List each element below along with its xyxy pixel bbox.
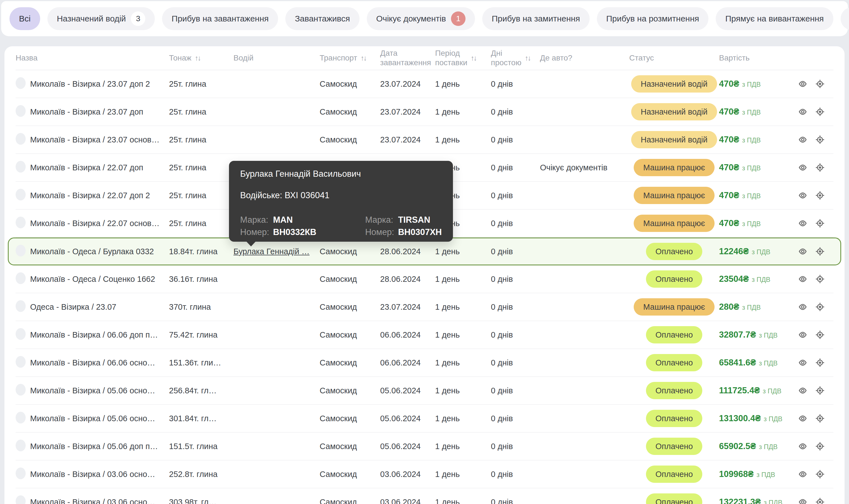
- filter-tab-arrived-loading[interactable]: Прибув на завантаження: [162, 7, 278, 30]
- view-button[interactable]: [798, 330, 808, 340]
- table-row[interactable]: Миколаїв - Візирка / 23.07 доп 225т. гли…: [16, 70, 833, 98]
- locate-icon[interactable]: [815, 107, 825, 116]
- locate-button[interactable]: [815, 386, 825, 395]
- column-header-tonnage[interactable]: Тонаж↑↓: [169, 53, 233, 63]
- filter-tab-arrived-customs-out[interactable]: Прибув на розмитнення: [597, 7, 709, 30]
- filter-tab-done[interactable]: Виконано12: [841, 7, 849, 30]
- locate-button[interactable]: [815, 442, 825, 451]
- table-row[interactable]: Миколаїв - Візирка / 23.07 доп25т. глина…: [16, 98, 833, 126]
- eye-icon[interactable]: [798, 442, 808, 451]
- row-checkbox[interactable]: [16, 105, 26, 117]
- eye-icon[interactable]: [798, 79, 808, 89]
- filter-tab-driver-assigned[interactable]: Назначений водій3: [48, 7, 155, 30]
- row-checkbox[interactable]: [16, 217, 26, 228]
- table-row[interactable]: Миколаїв - Візирка / 23.07 основ…25т. гл…: [16, 126, 833, 154]
- row-checkbox[interactable]: [16, 384, 26, 396]
- sort-icon[interactable]: ↑↓: [361, 54, 366, 62]
- sort-icon[interactable]: ↑↓: [471, 54, 476, 62]
- driver-link[interactable]: Бурлака Геннадій …: [233, 247, 309, 256]
- locate-button[interactable]: [815, 135, 825, 144]
- eye-icon[interactable]: [798, 135, 808, 144]
- table-row[interactable]: Миколаїв - Візирка / 06.06 доп п…75.42т.…: [16, 321, 833, 349]
- table-row[interactable]: Миколаїв - Візирка / 05.06 доп п…151.5т.…: [16, 433, 833, 461]
- eye-icon[interactable]: [798, 247, 808, 256]
- filter-tab-heading-unloading[interactable]: Прямує на вивантаження: [716, 7, 833, 30]
- row-checkbox[interactable]: [16, 161, 26, 173]
- view-button[interactable]: [798, 191, 808, 200]
- locate-icon[interactable]: [815, 135, 825, 144]
- eye-icon[interactable]: [798, 469, 808, 479]
- eye-icon[interactable]: [798, 358, 808, 367]
- table-row[interactable]: Миколаїв - Візирка / 03.06 осно…303.98т.…: [16, 488, 833, 504]
- row-checkbox[interactable]: [16, 189, 26, 200]
- column-header-transport[interactable]: Транспорт↑↓: [320, 53, 380, 63]
- eye-icon[interactable]: [798, 414, 808, 423]
- view-button[interactable]: [798, 469, 808, 479]
- view-button[interactable]: [798, 274, 808, 284]
- locate-button[interactable]: [815, 358, 825, 367]
- row-checkbox[interactable]: [16, 133, 26, 145]
- column-header-delivery-period[interactable]: Періодпоставки↑↓: [435, 49, 491, 68]
- locate-icon[interactable]: [815, 247, 825, 256]
- locate-icon[interactable]: [815, 358, 825, 367]
- row-checkbox[interactable]: [16, 439, 26, 451]
- view-button[interactable]: [798, 219, 808, 228]
- column-header-idle-days[interactable]: Дніпростою↑↓: [491, 49, 540, 68]
- locate-icon[interactable]: [815, 163, 825, 172]
- table-row[interactable]: Миколаїв - Візирка / 05.06 осно…301.84т.…: [16, 405, 833, 433]
- locate-button[interactable]: [815, 191, 825, 200]
- view-button[interactable]: [798, 497, 808, 504]
- filter-tab-all[interactable]: Всі: [10, 7, 40, 30]
- row-checkbox[interactable]: [16, 412, 26, 424]
- row-checkbox[interactable]: [16, 496, 26, 504]
- table-row[interactable]: Миколаїв - Одеса / Соценко 166236.16т. г…: [16, 265, 833, 293]
- locate-button[interactable]: [815, 107, 825, 116]
- table-row[interactable]: Миколаїв - Візирка / 03.06 осно…252.8т. …: [16, 461, 833, 488]
- eye-icon[interactable]: [798, 163, 808, 172]
- view-button[interactable]: [798, 163, 808, 172]
- view-button[interactable]: [798, 414, 808, 423]
- eye-icon[interactable]: [798, 219, 808, 228]
- filter-tab-arrived-customs-in[interactable]: Прибув на замитнення: [482, 7, 590, 30]
- view-button[interactable]: [798, 302, 808, 312]
- row-checkbox[interactable]: [16, 328, 26, 340]
- view-button[interactable]: [798, 386, 808, 395]
- row-checkbox[interactable]: [16, 300, 26, 312]
- row-checkbox[interactable]: [16, 356, 26, 368]
- view-button[interactable]: [798, 442, 808, 451]
- row-checkbox[interactable]: [16, 77, 26, 89]
- locate-icon[interactable]: [815, 79, 825, 89]
- eye-icon[interactable]: [798, 386, 808, 395]
- locate-icon[interactable]: [815, 191, 825, 200]
- filter-tab-awaiting-documents[interactable]: Очікує документів1: [367, 7, 475, 30]
- locate-button[interactable]: [815, 414, 825, 423]
- sort-icon[interactable]: ↑↓: [525, 54, 530, 62]
- view-button[interactable]: [798, 358, 808, 367]
- eye-icon[interactable]: [798, 274, 808, 284]
- locate-button[interactable]: [815, 274, 825, 284]
- eye-icon[interactable]: [798, 107, 808, 116]
- locate-icon[interactable]: [815, 330, 825, 340]
- locate-button[interactable]: [815, 497, 825, 504]
- locate-icon[interactable]: [815, 274, 825, 284]
- filter-tab-loaded[interactable]: Завантажився: [285, 7, 359, 30]
- locate-button[interactable]: [815, 79, 825, 89]
- locate-button[interactable]: [815, 163, 825, 172]
- locate-icon[interactable]: [815, 302, 825, 312]
- row-checkbox[interactable]: [16, 245, 26, 256]
- table-row[interactable]: Миколаїв - Одеса / Бурлака 033218.84т. г…: [8, 237, 841, 265]
- row-checkbox[interactable]: [16, 272, 26, 284]
- sort-icon[interactable]: ↑↓: [195, 54, 200, 62]
- table-row[interactable]: Миколаїв - Візирка / 05.06 осно…256.84т.…: [16, 377, 833, 405]
- locate-icon[interactable]: [815, 469, 825, 479]
- view-button[interactable]: [798, 107, 808, 116]
- eye-icon[interactable]: [798, 302, 808, 312]
- locate-icon[interactable]: [815, 442, 825, 451]
- view-button[interactable]: [798, 79, 808, 89]
- locate-icon[interactable]: [815, 414, 825, 423]
- locate-button[interactable]: [815, 219, 825, 228]
- locate-icon[interactable]: [815, 497, 825, 504]
- table-row[interactable]: Одеса - Візирка / 23.07370т. глинаСамоск…: [16, 293, 833, 321]
- locate-button[interactable]: [815, 302, 825, 312]
- eye-icon[interactable]: [798, 497, 808, 504]
